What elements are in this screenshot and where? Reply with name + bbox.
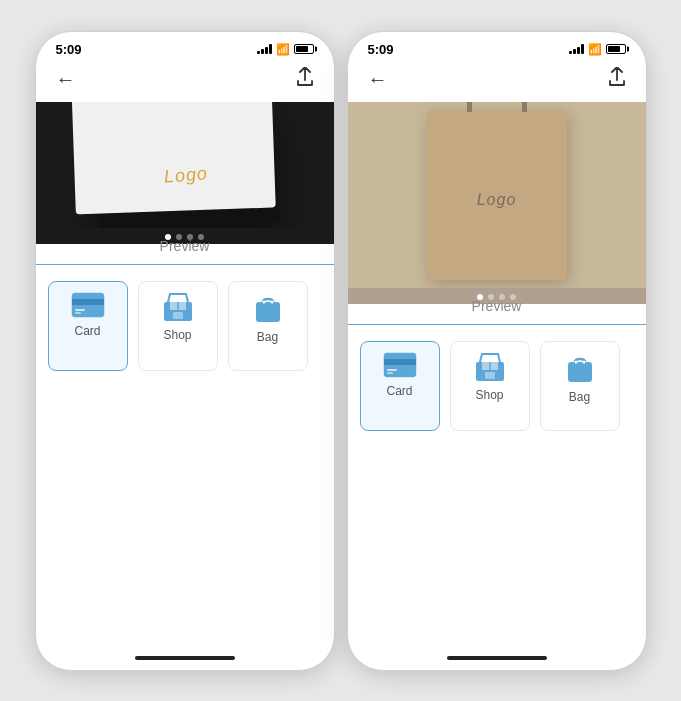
nav-bar-2: ← bbox=[348, 61, 646, 102]
svg-rect-8 bbox=[256, 302, 280, 322]
shop-icon-2 bbox=[474, 352, 506, 382]
shop-label-2: Shop bbox=[475, 388, 503, 402]
svg-point-10 bbox=[270, 300, 273, 303]
image-area-1: Logo bbox=[36, 102, 334, 228]
svg-rect-2 bbox=[75, 309, 85, 311]
card-label-1: Card bbox=[74, 324, 100, 338]
svg-rect-14 bbox=[387, 372, 393, 374]
shop-label-1: Shop bbox=[163, 328, 191, 342]
card-option-2[interactable]: Card bbox=[360, 341, 440, 431]
status-icons-1: 📶 bbox=[257, 43, 314, 56]
bag-mockup-2: Logo bbox=[427, 110, 567, 280]
mockup-options-1: Card Shop bbox=[36, 265, 334, 650]
bag-label-1: Bag bbox=[257, 330, 278, 344]
share-button-2[interactable] bbox=[606, 65, 628, 94]
mockup-options-2: Card Shop bbox=[348, 325, 646, 650]
share-button-1[interactable] bbox=[294, 65, 316, 94]
card-mockup-1: Logo bbox=[91, 112, 280, 228]
svg-rect-7 bbox=[173, 312, 183, 319]
back-button-2[interactable]: ← bbox=[366, 66, 390, 93]
svg-rect-12 bbox=[384, 359, 416, 365]
bag-label-2: Bag bbox=[569, 390, 590, 404]
card-icon-2 bbox=[383, 352, 417, 378]
shop-option-1[interactable]: Shop bbox=[138, 281, 218, 371]
svg-rect-1 bbox=[72, 299, 104, 305]
preview-label-1: Preview bbox=[160, 238, 210, 254]
shop-option-2[interactable]: Shop bbox=[450, 341, 530, 431]
bag-option-2[interactable]: Bag bbox=[540, 341, 620, 431]
image-area-2: Logo bbox=[348, 102, 646, 288]
card-option-1[interactable]: Card bbox=[48, 281, 128, 371]
wifi-icon-1: 📶 bbox=[276, 43, 290, 56]
time-1: 5:09 bbox=[56, 42, 82, 57]
svg-rect-18 bbox=[485, 372, 495, 379]
home-indicator-1 bbox=[36, 650, 334, 670]
home-bar-2 bbox=[447, 656, 547, 660]
svg-rect-3 bbox=[75, 312, 81, 314]
bag-image-2: Logo bbox=[348, 102, 646, 288]
status-icons-2: 📶 bbox=[569, 43, 626, 56]
preview-label-2: Preview bbox=[472, 298, 522, 314]
signal-icon-2 bbox=[569, 44, 584, 54]
card-logo-1: Logo bbox=[163, 162, 209, 187]
bag-handle-2 bbox=[467, 102, 527, 112]
bag-logo-2: Logo bbox=[477, 191, 517, 209]
battery-icon-1 bbox=[294, 44, 314, 54]
bag-option-1[interactable]: Bag bbox=[228, 281, 308, 371]
preview-section-2: Preview bbox=[348, 288, 646, 325]
phones-container: 5:09 📶 ← Log bbox=[25, 21, 657, 681]
preview-section-1: Preview bbox=[36, 228, 334, 265]
svg-rect-19 bbox=[568, 362, 592, 382]
bag-icon-1 bbox=[254, 292, 282, 324]
svg-point-9 bbox=[262, 300, 265, 303]
status-bar-1: 5:09 📶 bbox=[36, 32, 334, 61]
card-image-1: Logo bbox=[36, 102, 334, 228]
status-bar-2: 5:09 📶 bbox=[348, 32, 646, 61]
svg-point-20 bbox=[574, 360, 577, 363]
svg-point-21 bbox=[582, 360, 585, 363]
battery-icon-2 bbox=[606, 44, 626, 54]
bag-icon-2 bbox=[566, 352, 594, 384]
home-indicator-2 bbox=[348, 650, 646, 670]
svg-rect-13 bbox=[387, 369, 397, 371]
wifi-icon-2: 📶 bbox=[588, 43, 602, 56]
nav-bar-1: ← bbox=[36, 61, 334, 102]
phone-2: 5:09 📶 ← bbox=[347, 31, 647, 671]
home-bar-1 bbox=[135, 656, 235, 660]
card-icon-1 bbox=[71, 292, 105, 318]
back-button-1[interactable]: ← bbox=[54, 66, 78, 93]
shop-icon-1 bbox=[162, 292, 194, 322]
time-2: 5:09 bbox=[368, 42, 394, 57]
card-label-2: Card bbox=[386, 384, 412, 398]
signal-icon-1 bbox=[257, 44, 272, 54]
phone-1: 5:09 📶 ← Log bbox=[35, 31, 335, 671]
